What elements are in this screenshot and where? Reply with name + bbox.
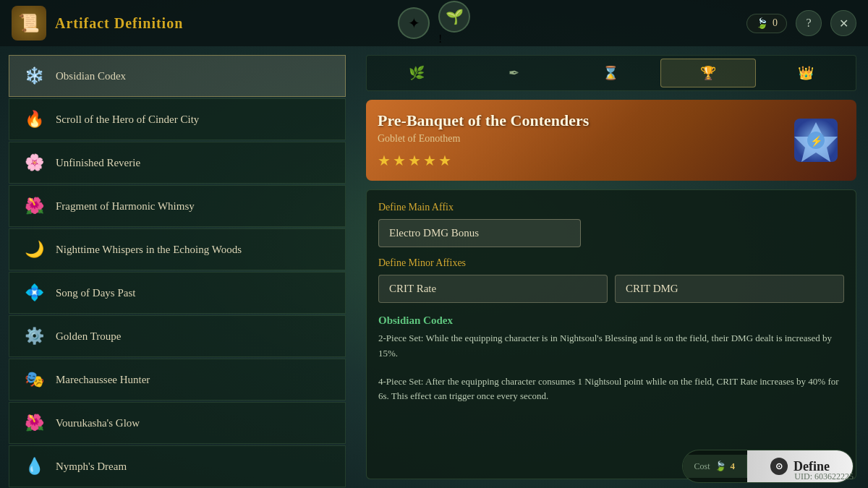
nav-icon-world[interactable]: ✦ xyxy=(398,7,430,39)
define-btn-icon: ⊙ xyxy=(770,458,788,475)
top-right-controls: 🍃 0 ? ✕ xyxy=(746,10,856,36)
card-title: Pre-Banquet of the Contenders xyxy=(378,111,589,130)
artifact-item-nighttime[interactable]: 🌙 Nighttime Whispers in the Echoing Wood… xyxy=(9,228,346,270)
set-name: Obsidian Codex xyxy=(378,314,844,327)
minor-affixes-container: CRIT Rate CRIT DMG xyxy=(378,275,844,303)
bottom-bar: Cost 🍃 4 ⊙ Define xyxy=(0,445,868,488)
artifact-icon-marechaussee: 🎭 xyxy=(21,367,47,393)
artifact-name-song: Song of Days Past xyxy=(56,287,135,299)
artifact-item-golden[interactable]: ⚙️ Golden Troupe xyxy=(9,315,346,357)
cost-icon: 🍃 xyxy=(715,461,726,472)
nav-icon-character[interactable]: 🌱 ! xyxy=(438,1,470,46)
set-desc-2: 4-Piece Set: After the equipping charact… xyxy=(378,374,844,405)
star-1: ★ xyxy=(378,152,391,169)
cost-value: 4 xyxy=(731,461,736,472)
artifact-icon-fragment: 🌺 xyxy=(21,193,47,219)
tab-goblet[interactable]: 🏆 xyxy=(660,59,756,87)
artifact-item-fragment[interactable]: 🌺 Fragment of Harmonic Whimsy xyxy=(9,185,346,227)
artifact-name-marechaussee: Marechaussee Hunter xyxy=(56,374,150,386)
artifact-icon-obsidian: ❄️ xyxy=(21,63,47,89)
uid-display: UID: 603622225 xyxy=(794,471,854,482)
artifact-icon-golden: ⚙️ xyxy=(21,323,47,349)
left-panel: ❄️ Obsidian Codex 🔥 Scroll of the Hero o… xyxy=(0,46,354,488)
star-3: ★ xyxy=(408,152,421,169)
main-content: ❄️ Obsidian Codex 🔥 Scroll of the Hero o… xyxy=(0,46,868,488)
define-section: Define Main Affix Electro DMG Bonus Defi… xyxy=(366,189,856,479)
minor-affix-2[interactable]: CRIT DMG xyxy=(615,275,844,303)
artifact-item-obsidian[interactable]: ❄️ Obsidian Codex xyxy=(9,55,346,97)
artifact-name-fragment: Fragment of Harmonic Whimsy xyxy=(56,200,195,213)
artifact-icon-reverie: 🌸 xyxy=(21,150,47,176)
tab-bar: 🌿 ✒ ⌛ 🏆 👑 xyxy=(366,55,856,91)
artifact-name-obsidian: Obsidian Codex xyxy=(56,70,126,82)
set-desc-1: 2-Piece Set: While the equipping charact… xyxy=(378,331,844,361)
artifact-name-nighttime: Nighttime Whispers in the Echoing Woods xyxy=(56,244,242,256)
help-button[interactable]: ? xyxy=(796,10,822,36)
artifact-icon-song: 💠 xyxy=(21,280,47,306)
main-affix-value[interactable]: Electro DMG Bonus xyxy=(378,219,581,247)
tab-crown[interactable]: 👑 xyxy=(759,59,853,87)
main-affix-label: Define Main Affix xyxy=(378,202,844,213)
card-info: Pre-Banquet of the Contenders Goblet of … xyxy=(378,111,589,169)
card-artifact-image: ⚡ xyxy=(787,111,845,169)
star-4: ★ xyxy=(423,152,436,169)
close-button[interactable]: ✕ xyxy=(830,10,856,36)
currency-display: 🍃 0 xyxy=(746,14,787,33)
minor-affix-1[interactable]: CRIT Rate xyxy=(378,275,608,303)
cost-label: Cost xyxy=(694,461,710,472)
artifact-name-vourukasha: Vourukasha's Glow xyxy=(56,417,140,429)
cost-display: Cost 🍃 4 xyxy=(683,455,748,478)
tab-feather[interactable]: ✒ xyxy=(467,59,561,87)
currency-value: 0 xyxy=(773,17,778,29)
artifact-icon-vourukasha: 🌺 xyxy=(21,410,47,436)
svg-text:⚡: ⚡ xyxy=(810,135,823,147)
artifact-name-scroll: Scroll of the Hero of Cinder City xyxy=(56,114,199,126)
tab-leaf[interactable]: 🌿 xyxy=(370,59,464,87)
artifact-item-scroll[interactable]: 🔥 Scroll of the Hero of Cinder City xyxy=(9,98,346,140)
star-2: ★ xyxy=(393,152,406,169)
currency-icon: 🍃 xyxy=(756,17,768,30)
app-icon: 📜 xyxy=(12,6,46,40)
artifact-item-marechaussee[interactable]: 🎭 Marechaussee Hunter xyxy=(9,359,346,401)
top-bar: 📜 Artifact Definition ✦ 🌱 ! 🍃 0 ? ✕ xyxy=(0,0,868,46)
minor-affixes-label: Define Minor Affixes xyxy=(378,257,844,269)
artifact-item-song[interactable]: 💠 Song of Days Past xyxy=(9,272,346,314)
right-panel: 🌿 ✒ ⌛ 🏆 👑 Pre-Banquet of the Contenders … xyxy=(354,46,868,488)
artifact-card: Pre-Banquet of the Contenders Goblet of … xyxy=(366,100,856,181)
top-nav: ✦ 🌱 ! xyxy=(398,1,470,46)
card-stars: ★ ★ ★ ★ ★ xyxy=(378,152,589,169)
tab-hourglass[interactable]: ⌛ xyxy=(563,59,658,87)
artifact-item-vourukasha[interactable]: 🌺 Vourukasha's Glow xyxy=(9,402,346,444)
artifact-item-reverie[interactable]: 🌸 Unfinished Reverie xyxy=(9,142,346,184)
artifact-icon-nighttime: 🌙 xyxy=(21,236,47,262)
artifact-icon-scroll: 🔥 xyxy=(21,106,47,132)
star-5: ★ xyxy=(438,152,451,169)
card-subtitle: Goblet of Eonothem xyxy=(378,133,589,145)
artifact-name-golden: Golden Troupe xyxy=(56,330,121,343)
artifact-name-reverie: Unfinished Reverie xyxy=(56,157,140,169)
